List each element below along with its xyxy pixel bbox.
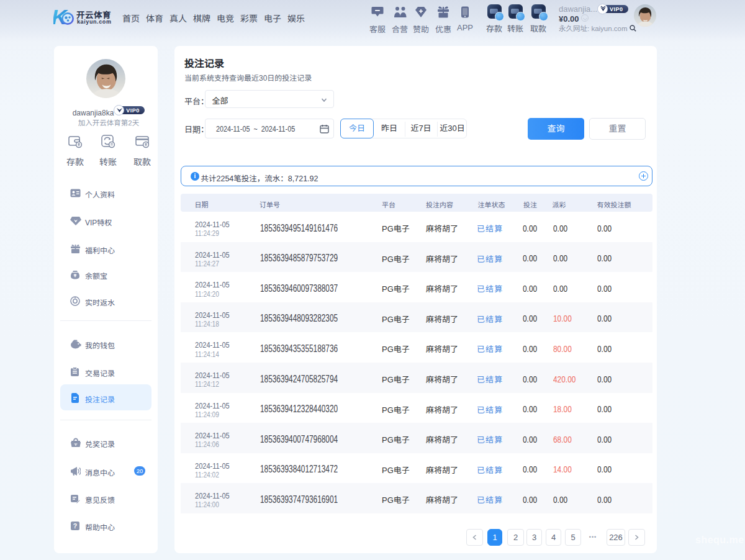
svg-text:?: ? (73, 522, 77, 530)
